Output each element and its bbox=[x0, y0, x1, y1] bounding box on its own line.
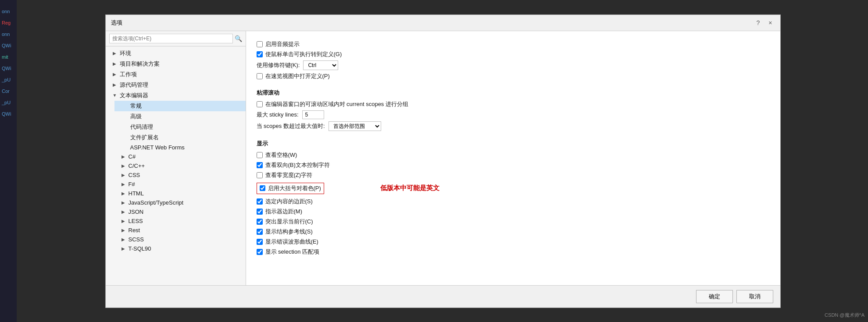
tree-item-advanced[interactable]: 高级 bbox=[114, 111, 246, 122]
tree-label: 文件扩展名 bbox=[130, 134, 159, 142]
code-line: Reg bbox=[0, 20, 17, 25]
tree-arrow bbox=[121, 228, 127, 233]
tree-label: SCSS bbox=[129, 236, 144, 243]
tree-item-texteditor[interactable]: 文本编辑器 bbox=[106, 90, 246, 101]
tree-label: 文本编辑器 bbox=[120, 92, 148, 99]
tree-item-source[interactable]: 源代码管理 bbox=[106, 80, 246, 90]
tree-item-work[interactable]: 工作项 bbox=[106, 69, 246, 80]
selection-match-checkbox[interactable] bbox=[257, 249, 263, 255]
sticky-group-label: 在编辑器窗口的可滚动区域内对 current scopes 进行分组 bbox=[265, 100, 409, 108]
title-bar-controls: ? × bbox=[754, 18, 775, 27]
zero-checkbox[interactable] bbox=[257, 172, 263, 178]
mouseclick-checkbox[interactable] bbox=[257, 51, 263, 57]
dialog-title: 选项 bbox=[111, 19, 122, 27]
code-line: _pU bbox=[0, 100, 17, 105]
tree-item-cpp[interactable]: C/C++ bbox=[114, 161, 246, 170]
tree-item-codeclean[interactable]: 代码清理 bbox=[114, 122, 246, 132]
code-editor-edge: onn Reg onn QWi mit QWi _pU Cor _pU QWi bbox=[0, 0, 17, 322]
tree-item-rest[interactable]: Rest bbox=[114, 226, 246, 235]
tree-arrow bbox=[121, 237, 127, 242]
tree-arrow bbox=[113, 51, 118, 56]
tree-arrow bbox=[121, 163, 127, 168]
indicator-checkbox[interactable] bbox=[257, 209, 263, 215]
tree-item-fsharp[interactable]: F# bbox=[114, 180, 246, 189]
tree-item-fileext[interactable]: 文件扩展名 bbox=[114, 132, 246, 143]
mouseclick-label: 使鼠标单击可执行转到定义(G) bbox=[265, 50, 342, 58]
tree-item-general[interactable]: 常规 bbox=[114, 101, 246, 111]
tree-item-env[interactable]: 环境 bbox=[106, 48, 246, 59]
tree-arrow bbox=[113, 82, 118, 87]
content-panel: 启用音频提示 使鼠标单击可执行转到定义(G) 使用修饰符键(K): Ctrl A… bbox=[246, 31, 780, 285]
tree-item-json[interactable]: JSON bbox=[114, 207, 246, 216]
brace-label: 启用大括号对着色(P) bbox=[268, 184, 321, 192]
errorwave-checkbox[interactable] bbox=[257, 239, 263, 245]
max-sticky-input[interactable] bbox=[302, 110, 324, 119]
tree-arrow bbox=[113, 61, 118, 66]
top-section: 启用音频提示 使鼠标单击可执行转到定义(G) 使用修饰符键(K): Ctrl A… bbox=[257, 40, 770, 80]
display-header: 显示 bbox=[257, 140, 770, 148]
mouseclick-checkbox-row: 使鼠标单击可执行转到定义(G) bbox=[257, 50, 770, 58]
tree-item-scss[interactable]: SCSS bbox=[114, 235, 246, 244]
sticky-group-checkbox[interactable] bbox=[257, 101, 263, 107]
open-in-peek-checkbox[interactable] bbox=[257, 73, 263, 79]
help-button[interactable]: ? bbox=[754, 18, 763, 27]
selection-match-label: 显示 selection 匹配项 bbox=[265, 248, 320, 256]
annotation-text: 低版本中可能是英文 bbox=[380, 184, 439, 192]
selection-border-checkbox[interactable] bbox=[257, 198, 263, 205]
tree-item-less[interactable]: LESS bbox=[114, 216, 246, 226]
tree-label: HTML bbox=[129, 190, 144, 197]
tree-arrow bbox=[121, 154, 127, 159]
tree-item-html[interactable]: HTML bbox=[114, 189, 246, 198]
tree-arrow bbox=[113, 72, 118, 77]
currentline-checkbox[interactable] bbox=[257, 219, 263, 225]
brace-highlight-row: 启用大括号对着色(P) bbox=[257, 183, 324, 194]
selection-match-row: 显示 selection 匹配项 bbox=[257, 248, 770, 256]
openpeeek-checkbox-row: 在速览视图中打开定义(P) bbox=[257, 72, 770, 80]
structure-checkbox[interactable] bbox=[257, 229, 263, 235]
tree-label: 源代码管理 bbox=[120, 81, 148, 89]
tree-label: 代码清理 bbox=[130, 123, 153, 131]
tree-item-css[interactable]: CSS bbox=[114, 170, 246, 180]
tree-item-tsql[interactable]: T-SQL90 bbox=[114, 244, 246, 253]
errorwave-row: 显示错误波形曲线(E) bbox=[257, 238, 770, 246]
tree-arrow bbox=[121, 182, 127, 187]
tree-label: 环境 bbox=[120, 50, 131, 57]
zero-checkbox-row: 查看零宽度(Z)字符 bbox=[257, 171, 770, 179]
tree-item-csharp[interactable]: C# bbox=[114, 152, 246, 161]
modifier-key-select[interactable]: Ctrl Alt bbox=[303, 60, 338, 70]
tree-arrow bbox=[121, 209, 127, 214]
tree-arrow bbox=[121, 246, 127, 251]
tree-label: JSON bbox=[129, 209, 144, 215]
dialog-body: 🔍 环境 项目和解决方案 工作项 源代码管理 bbox=[106, 31, 780, 285]
brace-checkbox[interactable] bbox=[260, 185, 265, 191]
bidi-label: 查看双向(B)文本控制字符 bbox=[265, 161, 330, 169]
tree-label: 项目和解决方案 bbox=[120, 60, 160, 68]
tree-label: Rest bbox=[129, 227, 140, 234]
search-input[interactable] bbox=[109, 34, 233, 43]
options-dialog: 选项 ? × 🔍 环境 项目和解决方案 bbox=[105, 14, 781, 308]
close-button[interactable]: × bbox=[766, 18, 775, 27]
cancel-button[interactable]: 取消 bbox=[736, 290, 773, 303]
sticky-scroll-header: 粘滞滚动 bbox=[257, 89, 770, 97]
code-line: _pU bbox=[0, 77, 17, 82]
search-icon[interactable]: 🔍 bbox=[235, 35, 242, 42]
zero-label: 查看零宽度(Z)字符 bbox=[265, 171, 313, 179]
bidi-checkbox[interactable] bbox=[257, 162, 263, 168]
currentline-row: 突出显示当前行(C) bbox=[257, 218, 770, 226]
tree-item-js[interactable]: JavaScript/TypeScript bbox=[114, 198, 246, 207]
sound-checkbox[interactable] bbox=[257, 41, 263, 47]
errorwave-label: 显示错误波形曲线(E) bbox=[265, 238, 318, 246]
search-box: 🔍 bbox=[106, 31, 246, 46]
tree-label: CSS bbox=[129, 172, 140, 178]
tree-item-aspnet[interactable]: ASP.NET Web Forms bbox=[114, 143, 246, 152]
spaces-checkbox[interactable] bbox=[257, 152, 263, 158]
code-line: QWi bbox=[0, 43, 17, 48]
bidi-checkbox-row: 查看双向(B)文本控制字符 bbox=[257, 161, 770, 169]
scopes-select[interactable]: 首选外部范围 首选内部范围 bbox=[329, 121, 381, 131]
tree-arrow bbox=[121, 200, 127, 205]
open-in-peek-label: 在速览视图中打开定义(P) bbox=[265, 72, 330, 80]
tree-container: 环境 项目和解决方案 工作项 源代码管理 文本编辑器 bbox=[106, 46, 246, 285]
selection-border-label: 选定内容的边距(S) bbox=[265, 198, 313, 205]
tree-item-project[interactable]: 项目和解决方案 bbox=[106, 59, 246, 69]
ok-button[interactable]: 确定 bbox=[696, 290, 733, 303]
